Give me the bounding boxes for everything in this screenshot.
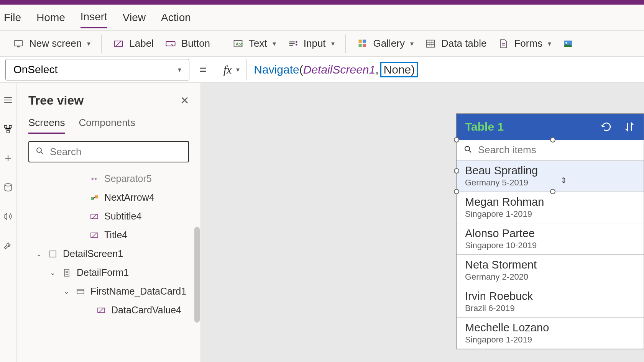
tree-node-title4[interactable]: Title4 (17, 226, 200, 244)
left-rail (0, 83, 17, 362)
expand-icon[interactable]: ⌄ (64, 287, 71, 296)
tree-body: Separator5NextArrow4Subtitle4Title4⌄Deta… (17, 169, 200, 362)
selection-handle[interactable] (550, 137, 555, 143)
menu-home[interactable]: Home (36, 8, 65, 28)
tree-node-label: Title4 (104, 229, 127, 241)
tree-node-subtitle4[interactable]: Subtitle4 (17, 207, 200, 226)
tree-view-panel: Tree view ✕ Screens Components Separator… (17, 83, 201, 362)
new-screen-button[interactable]: New screen ▾ (12, 38, 90, 50)
text-button[interactable]: Abc Text ▾ (232, 38, 276, 50)
fx-label: fx (223, 63, 232, 76)
property-selector[interactable]: OnSelect ▾ (5, 59, 189, 80)
canvas[interactable]: Table 1 Beau SpratlingGermany 5-2019⇕Meg… (201, 83, 644, 362)
selection-handle[interactable] (454, 168, 459, 174)
button-button[interactable]: Button (164, 38, 210, 50)
forms-button[interactable]: Forms ▾ (497, 38, 551, 50)
label-button[interactable]: Label (112, 38, 154, 50)
tree-node-detailform1[interactable]: ⌄DetailForm1 (17, 263, 200, 282)
menu-insert[interactable]: Insert (80, 7, 107, 28)
fx-button[interactable]: fx ▾ (217, 59, 247, 80)
preview-title[interactable]: Table 1 (465, 120, 504, 133)
tree-node-separator5[interactable]: Separator5 (17, 169, 200, 188)
sort-icon[interactable] (624, 121, 635, 133)
forms-label: Forms (514, 38, 542, 49)
gallery-row[interactable]: Neta StormentGermany 2-2020 (457, 255, 644, 286)
tree-node-nextarrow4[interactable]: NextArrow4 (17, 188, 200, 207)
text-icon (96, 305, 107, 316)
main-area: Tree view ✕ Screens Components Separator… (0, 83, 644, 362)
comma: , (375, 63, 378, 76)
tree-view-icon[interactable] (3, 124, 14, 135)
preview-search[interactable] (457, 140, 644, 161)
tools-icon[interactable] (3, 241, 14, 251)
tree-node-datacardvalue4[interactable]: DataCardValue4 (17, 301, 200, 319)
insert-icon[interactable] (3, 153, 14, 164)
media-button[interactable] (562, 38, 574, 50)
menu-action[interactable]: Action (161, 8, 191, 28)
svg-rect-25 (77, 289, 84, 294)
refresh-icon[interactable] (601, 121, 612, 133)
expand-icon[interactable]: ⌄ (36, 250, 43, 258)
menu-file[interactable]: File (4, 8, 21, 28)
input-button[interactable]: Input ▾ (287, 38, 335, 50)
expand-icon[interactable]: ⌄ (50, 269, 57, 277)
new-screen-label: New screen (29, 38, 82, 49)
row-title: Irvin Roebuck (465, 290, 635, 303)
row-title: Neta Storment (465, 259, 635, 271)
svg-rect-16 (9, 125, 12, 128)
svg-rect-3 (166, 41, 175, 46)
label-label: Label (129, 38, 154, 49)
formula-input[interactable]: Navigate(DetailScreen1, None) (254, 62, 418, 77)
svg-rect-24 (50, 251, 56, 257)
svg-rect-12 (426, 40, 434, 47)
gallery-row[interactable]: Megan RohmanSingapore 1-2019 (457, 192, 644, 223)
tree-node-firstname_datacard1[interactable]: ⌄FirstName_DataCard1 (17, 282, 200, 301)
arrow-icon (89, 192, 100, 203)
row-subtitle: Singapore 1-2019 (465, 335, 635, 345)
tab-screens[interactable]: Screens (28, 117, 65, 134)
gallery-row[interactable]: Irvin RoebuckBrazil 6-2019 (457, 286, 644, 318)
gallery-button[interactable]: Gallery ▾ (356, 38, 414, 50)
gallery-row[interactable]: Mechelle LozanoSingapore 1-2019 (457, 318, 644, 349)
card-icon (75, 286, 86, 297)
hamburger-icon[interactable] (3, 95, 14, 106)
text-label: Text (249, 38, 267, 49)
close-icon[interactable]: ✕ (180, 94, 189, 107)
row-subtitle: Germany 2-2020 (465, 272, 635, 282)
gallery-row[interactable]: Alonso ParteeSingapore 10-2019 (457, 223, 644, 255)
tree-search-input[interactable] (50, 146, 182, 158)
gallery-row[interactable]: Beau SpratlingGermany 5-2019⇕ (457, 161, 644, 192)
preview-search-input[interactable] (478, 144, 637, 156)
svg-point-7 (296, 44, 297, 46)
svg-text:Abc: Abc (236, 41, 243, 46)
chevron-down-icon: ▾ (548, 39, 551, 48)
data-icon[interactable] (3, 182, 14, 193)
label-icon (112, 38, 125, 50)
tree-node-label: NextArrow4 (104, 192, 154, 203)
media-icon[interactable] (3, 211, 14, 222)
selection-handle[interactable] (454, 137, 459, 143)
scrollbar[interactable] (194, 227, 200, 323)
tab-components[interactable]: Components (79, 117, 135, 134)
forms-icon (497, 38, 509, 50)
tree-node-label: Separator5 (104, 173, 152, 184)
tree-node-label: DetailForm1 (77, 267, 129, 278)
text-icon: Abc (232, 38, 244, 50)
chevron-down-icon: ▾ (87, 39, 90, 48)
datatable-label: Data table (441, 38, 487, 49)
chevron-down-icon: ▾ (236, 66, 240, 74)
row-subtitle: Brazil 6-2019 (465, 303, 635, 313)
input-label: Input (304, 38, 326, 49)
image-icon (562, 38, 574, 50)
chevron-down-icon: ▾ (331, 39, 335, 48)
equals-sign: = (196, 62, 210, 77)
button-label: Button (181, 38, 210, 49)
formula-fn: Navigate (254, 63, 299, 76)
tree-search[interactable] (28, 141, 189, 162)
datatable-button[interactable]: Data table (424, 38, 487, 50)
row-subtitle: Germany 5-2019 (465, 178, 635, 188)
sep-icon (89, 174, 100, 184)
tree-node-detailscreen1[interactable]: ⌄DetailScreen1 (17, 244, 200, 263)
menu-view[interactable]: View (123, 8, 146, 28)
svg-point-6 (296, 41, 297, 43)
